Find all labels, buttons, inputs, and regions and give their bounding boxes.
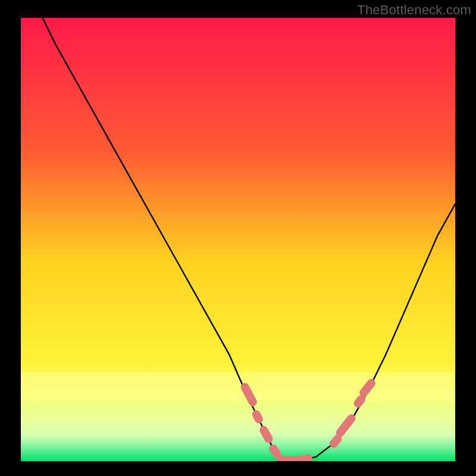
chart-svg bbox=[21, 18, 455, 461]
svg-rect-5 bbox=[279, 456, 296, 461]
marker-bottom-1 bbox=[279, 456, 296, 461]
watermark-text: TheBottleneck.com bbox=[357, 2, 471, 18]
chart-container: TheBottleneck.com bbox=[0, 0, 476, 476]
plot-area bbox=[21, 18, 455, 461]
pale-band bbox=[21, 372, 455, 401]
